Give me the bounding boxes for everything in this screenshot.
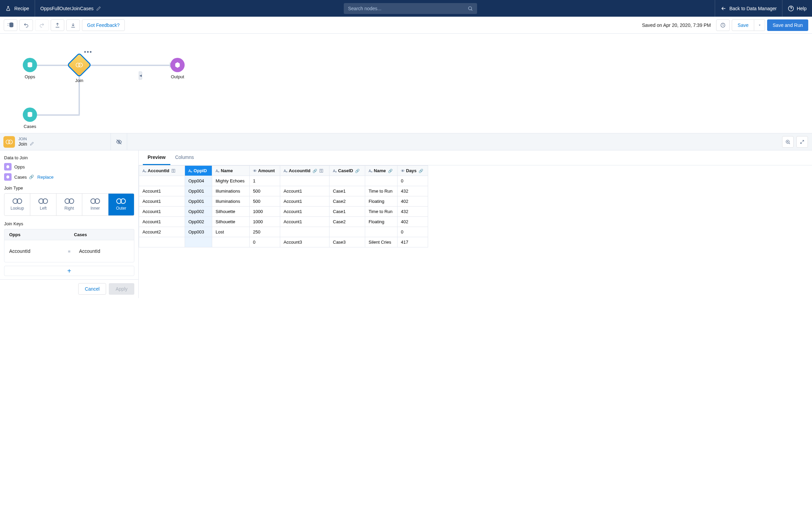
table-cell: Illuminations — [212, 196, 250, 207]
edit-icon[interactable] — [96, 6, 101, 11]
cancel-button[interactable]: Cancel — [78, 283, 106, 295]
download-button[interactable] — [66, 19, 80, 31]
node-opps[interactable]: Opps — [23, 58, 37, 79]
table-cell — [139, 237, 185, 247]
undo-button[interactable] — [19, 19, 33, 31]
join-keys-row[interactable]: AccountId = AccountId — [4, 240, 134, 262]
key-equals: = — [64, 249, 74, 254]
node-menu-button[interactable]: ••• — [84, 49, 92, 56]
visibility-toggle[interactable] — [111, 133, 127, 150]
save-button[interactable]: Save — [732, 19, 754, 31]
search-input[interactable] — [348, 6, 468, 11]
add-key-button[interactable]: + — [4, 266, 134, 276]
replace-link[interactable]: Replace — [37, 175, 54, 180]
join-type-outer[interactable]: Outer — [108, 194, 134, 215]
table-cell: 500 — [250, 196, 280, 207]
table-cell — [329, 176, 365, 186]
table-cell: Time to Run — [365, 186, 397, 196]
hexagon-icon — [4, 173, 12, 181]
table-cell: Account1 — [139, 207, 185, 217]
column-header[interactable]: AₐOppID — [185, 166, 212, 176]
upload-icon — [55, 22, 60, 28]
table-cell — [280, 176, 329, 186]
node-cases[interactable]: Cases — [23, 108, 37, 129]
table-row[interactable]: Account1Opp002Silhouette1000Account1Case… — [139, 207, 428, 217]
preview-table: AₐAccountId⚿AₐOppIDAₐName👁AmountAₐAccoun… — [139, 165, 428, 247]
link-icon: 🔗 — [355, 169, 360, 173]
table-cell: 402 — [397, 217, 428, 227]
tab-preview[interactable]: Preview — [143, 150, 170, 165]
node-join[interactable]: Join — [70, 56, 88, 83]
expand-button[interactable] — [796, 136, 808, 148]
table-cell: Account1 — [139, 196, 185, 207]
save-dropdown[interactable] — [754, 19, 765, 31]
edit-icon[interactable] — [30, 142, 34, 146]
column-header[interactable]: 👁Days🔗 — [397, 166, 428, 176]
table-row[interactable]: Account1Opp002Silhouette1000Account1Case… — [139, 217, 428, 227]
link-icon: 🔗 — [419, 169, 423, 173]
search-icon — [468, 6, 473, 11]
recipe-canvas[interactable]: Opps ••• Join Output Cases — [0, 34, 812, 133]
panel-subtitle: JOIN — [18, 137, 34, 141]
table-cell: Opp002 — [185, 207, 212, 217]
redo-button[interactable] — [35, 19, 49, 31]
data-to-join-label: Data to Join — [4, 155, 134, 160]
feedback-button[interactable]: Got Feedback? — [82, 19, 125, 31]
history-icon — [720, 22, 726, 28]
table-cell — [365, 227, 397, 237]
table-row[interactable]: Opp004Mighty Echoes10 — [139, 176, 428, 186]
table-row[interactable]: Account1Opp001Illuminations500Account1Ca… — [139, 186, 428, 196]
table-cell: Lost — [212, 227, 250, 237]
table-cell: Opp004 — [185, 176, 212, 186]
help-label: Help — [797, 6, 807, 11]
collapse-handle[interactable]: ◀ — [139, 71, 142, 80]
type-icon: Aₐ — [369, 169, 372, 173]
join-type-right[interactable]: Right — [56, 194, 82, 215]
column-header[interactable]: AₐAccountId⚿ — [139, 166, 185, 176]
venn-icon — [65, 198, 74, 205]
zoom-button[interactable] — [782, 136, 794, 148]
eye-off-icon — [116, 139, 122, 145]
table-row[interactable]: Account1Opp001Illuminations500Account1Ca… — [139, 196, 428, 207]
add-data-button[interactable] — [4, 19, 17, 31]
table-cell: Opp001 — [185, 186, 212, 196]
top-bar: Recipe OppsFullOuterJoinCases Back to Da… — [0, 0, 812, 17]
key-left: AccountId — [4, 248, 64, 254]
save-and-run-button[interactable]: Save and Run — [767, 19, 808, 31]
join-type-left[interactable]: Left — [30, 194, 56, 215]
table-row[interactable]: 0Account3Case3Silent Cries417 — [139, 237, 428, 247]
column-header[interactable]: AₐAccountId🔗⚿ — [280, 166, 329, 176]
help-link[interactable]: Help — [782, 0, 812, 17]
table-cell: Case1 — [329, 207, 365, 217]
venn-icon — [38, 198, 48, 205]
search-box[interactable] — [344, 3, 477, 14]
history-button[interactable] — [716, 19, 730, 31]
table-cell — [329, 227, 365, 237]
join-badge-icon — [3, 136, 15, 148]
node-output[interactable]: Output — [170, 58, 185, 79]
join-type-lookup[interactable]: Lookup — [4, 194, 30, 215]
join-icon — [75, 62, 83, 68]
upload-button[interactable] — [51, 19, 64, 31]
column-header[interactable]: 👁Amount — [250, 166, 280, 176]
zoom-icon — [785, 139, 791, 145]
svg-point-6 — [79, 63, 83, 67]
column-header[interactable]: AₐName🔗 — [365, 166, 397, 176]
column-header[interactable]: AₐCaseID🔗 — [329, 166, 365, 176]
join-keys-header: Opps Cases — [4, 229, 134, 240]
table-cell — [365, 176, 397, 186]
type-icon: Aₐ — [216, 169, 219, 173]
back-link[interactable]: Back to Data Manager — [715, 0, 782, 17]
table-cell: 432 — [397, 207, 428, 217]
redo-icon — [39, 22, 45, 28]
tab-columns[interactable]: Columns — [170, 150, 199, 165]
table-cell: Case3 — [329, 237, 365, 247]
table-row[interactable]: Account2Opp003Lost2500 — [139, 227, 428, 237]
column-header[interactable]: AₐName — [212, 166, 250, 176]
panel-header: JOIN Join — [0, 133, 812, 150]
preview-pane: Preview Columns AₐAccountId⚿AₐOppIDAₐNam… — [139, 150, 812, 298]
saved-text: Saved on Apr 20, 2020, 7:39 PM — [642, 22, 711, 28]
table-cell — [139, 176, 185, 186]
link-icon: 🔗 — [312, 169, 317, 173]
join-type-inner[interactable]: Inner — [82, 194, 108, 215]
